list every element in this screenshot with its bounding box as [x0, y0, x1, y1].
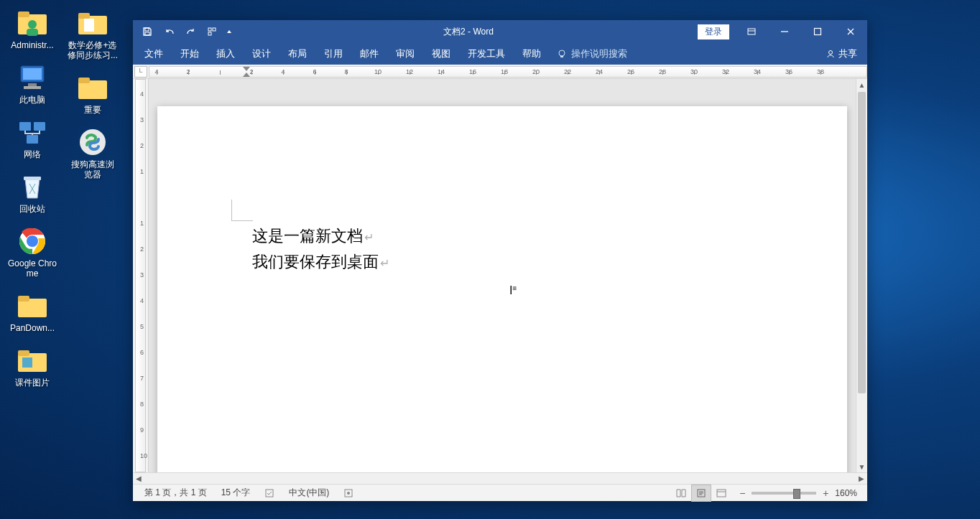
svg-rect-31	[748, 29, 755, 34]
horizontal-ruler[interactable]: L 422468101214161820222426283032343638	[133, 65, 867, 79]
word-count[interactable]: 15 个字	[214, 485, 258, 501]
svg-point-33	[559, 50, 565, 56]
qat-customize-button[interactable]	[223, 22, 235, 42]
svg-rect-22	[84, 19, 94, 32]
window-title: 文档2 - Word	[239, 26, 698, 38]
vertical-ruler[interactable]: 432112345678910	[133, 79, 149, 472]
desktop-col-2: 数学必修+选修同步练习... 重要 搜狗高速浏览器	[66, 6, 119, 389]
margin-guide	[231, 200, 253, 221]
svg-point-37	[347, 492, 350, 495]
document-body[interactable]: 这是一篇新文档↵ 我们要保存到桌面↵	[252, 224, 389, 276]
svg-rect-18	[18, 350, 29, 356]
undo-button[interactable]	[159, 22, 179, 42]
tab-home[interactable]: 开始	[172, 43, 208, 65]
print-layout-button[interactable]	[691, 485, 711, 502]
scroll-down-button[interactable]: ▼	[856, 461, 867, 472]
read-mode-button[interactable]	[671, 485, 691, 502]
save-button[interactable]	[137, 22, 157, 42]
tab-mailings[interactable]: 邮件	[351, 43, 387, 65]
tab-references[interactable]: 引用	[315, 43, 351, 65]
folder-icon	[77, 7, 108, 39]
scroll-thumb[interactable]	[858, 92, 866, 393]
svg-rect-19	[22, 357, 32, 368]
desktop-icon-sogou[interactable]: 搜狗高速浏览器	[66, 125, 119, 181]
tab-review[interactable]: 审阅	[387, 43, 423, 65]
spellcheck-icon	[264, 488, 274, 498]
tab-help[interactable]: 帮助	[514, 43, 550, 65]
person-icon	[826, 49, 836, 59]
tell-me-search[interactable]: 操作说明搜索	[550, 47, 634, 60]
svg-rect-21	[78, 13, 90, 19]
document-line: 我们要保存到桌面	[252, 253, 379, 271]
close-button[interactable]	[834, 20, 867, 43]
redo-button[interactable]	[180, 22, 200, 42]
tab-file[interactable]: 文件	[136, 43, 172, 65]
touch-mode-button[interactable]	[202, 22, 222, 42]
vertical-scrollbar[interactable]: ▲ ▼	[856, 79, 867, 472]
tab-developer[interactable]: 开发工具	[459, 43, 514, 65]
desktop-icon-pandown[interactable]: PanDown...	[6, 289, 59, 335]
svg-rect-8	[19, 122, 31, 131]
svg-point-34	[829, 51, 833, 55]
desktop-icon-label: Administr...	[11, 40, 53, 50]
svg-rect-11	[24, 177, 41, 180]
svg-rect-9	[34, 122, 45, 131]
text-cursor-icon: I≡	[509, 284, 517, 297]
minimize-button[interactable]	[768, 20, 801, 43]
svg-rect-30	[208, 32, 211, 35]
svg-rect-28	[208, 28, 211, 31]
zoom-slider[interactable]	[752, 492, 816, 495]
svg-rect-39	[717, 490, 726, 497]
statusbar: 第 1 页，共 1 页 15 个字 中文(中国) − + 160%	[133, 484, 867, 501]
spellcheck-button[interactable]	[257, 485, 282, 501]
network-icon	[17, 116, 48, 148]
svg-point-2	[28, 20, 37, 29]
zoom-out-button[interactable]: −	[737, 487, 747, 499]
macro-icon	[343, 488, 353, 498]
svg-rect-5	[23, 68, 42, 80]
scroll-up-button[interactable]: ▲	[856, 79, 867, 90]
document-page[interactable]: 这是一篇新文档↵ 我们要保存到桌面↵ I≡	[157, 106, 847, 472]
desktop-icon-chrome[interactable]: Google Chrome	[6, 224, 59, 280]
recycle-icon	[17, 171, 48, 202]
tab-layout[interactable]: 布局	[279, 43, 315, 65]
desktop-icon-courseware[interactable]: 课件图片	[6, 343, 59, 389]
ribbon-display-button[interactable]	[735, 20, 768, 43]
macro-button[interactable]	[336, 485, 361, 501]
desktop-icon-label: 数学必修+选修同步练习...	[68, 40, 118, 60]
login-button[interactable]: 登录	[698, 24, 729, 39]
ribbon-tabs: 文件 开始 插入 设计 布局 引用 邮件 审阅 视图 开发工具 帮助 操作说明搜…	[133, 43, 867, 65]
desktop-icon-network[interactable]: 网络	[6, 115, 59, 161]
desktop-icon-math[interactable]: 数学必修+选修同步练习...	[66, 6, 119, 62]
scroll-right-button[interactable]: ▶	[856, 473, 867, 485]
document-area: 432112345678910 这是一篇新文档↵ 我们要保存到桌面↵ I≡ ▲ …	[133, 79, 867, 472]
zoom-in-button[interactable]: +	[820, 487, 831, 499]
page-status[interactable]: 第 1 页，共 1 页	[137, 485, 214, 501]
zoom-control: − + 160%	[731, 487, 863, 499]
desktop-icon-label: PanDown...	[10, 323, 55, 333]
desktop-icon-label: 回收站	[19, 204, 45, 214]
desktop-icon-this-pc[interactable]: 此电脑	[6, 60, 59, 106]
desktop-icon-administrator[interactable]: Administr...	[6, 6, 59, 52]
zoom-level[interactable]: 160%	[835, 488, 857, 498]
svg-rect-24	[78, 78, 90, 83]
language-status[interactable]: 中文(中国)	[282, 485, 336, 501]
tab-view[interactable]: 视图	[423, 43, 459, 65]
share-button[interactable]: 共享	[815, 47, 867, 60]
web-layout-button[interactable]	[711, 485, 731, 502]
svg-rect-29	[213, 28, 216, 31]
horizontal-scrollbar[interactable]: ◀ ▶	[133, 472, 867, 484]
user-folder-icon	[17, 7, 48, 39]
tab-insert[interactable]: 插入	[208, 43, 244, 65]
svg-rect-10	[27, 135, 38, 144]
scroll-left-button[interactable]: ◀	[133, 473, 144, 485]
maximize-button[interactable]	[801, 20, 834, 43]
paragraph-mark-icon: ↵	[364, 231, 374, 243]
share-label: 共享	[838, 47, 857, 60]
svg-rect-16	[18, 296, 29, 301]
desktop-icon-recycle-bin[interactable]: 回收站	[6, 169, 59, 215]
desktop: Administr... 此电脑 网络 回收站 Google Chrome	[6, 6, 119, 389]
tab-selector[interactable]: L	[134, 66, 147, 78]
tab-design[interactable]: 设计	[244, 43, 279, 65]
desktop-icon-important[interactable]: 重要	[66, 70, 119, 116]
